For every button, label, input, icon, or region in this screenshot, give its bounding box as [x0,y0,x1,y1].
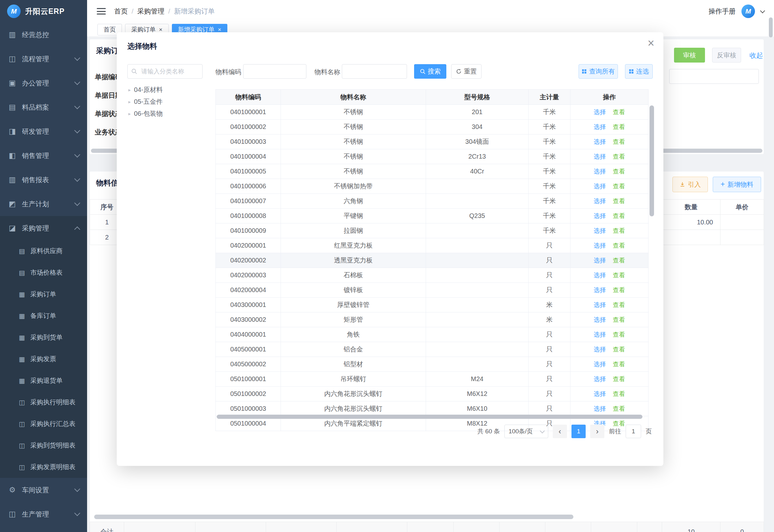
view-link[interactable]: 查看 [613,405,625,412]
select-link[interactable]: 选择 [594,242,606,249]
view-link[interactable]: 查看 [613,272,625,279]
select-link[interactable]: 选择 [594,287,606,293]
material-name-input[interactable] [342,64,407,79]
select-link[interactable]: 选择 [594,301,606,308]
sidebar-subitem[interactable]: ◫ 采购执行汇总表 [0,413,87,435]
add-material-button[interactable]: + 新增物料 [713,177,761,192]
sidebar-item[interactable]: ▥ 销售报表 [0,168,87,192]
horizontal-scrollbar[interactable] [94,515,573,519]
view-link[interactable]: 查看 [613,123,625,130]
breadcrumb-item[interactable]: 采购管理 [137,7,164,16]
tree-node[interactable]: ▸ 05-五金件 [128,96,209,108]
unaudit-button[interactable]: 反审核 [712,48,741,63]
material-row[interactable]: 0404000001 角铁 只 选择 查看 [216,327,649,342]
sidebar-subitem[interactable]: ▤ 原料供应商 [0,240,87,262]
page-vertical-scrollbar[interactable] [769,17,773,37]
material-row[interactable]: 0403000002 矩形管 米 选择 查看 [216,312,649,327]
import-button[interactable]: 引入 [672,177,708,192]
sidebar-subitem[interactable]: ▦ 采购退货单 [0,370,87,391]
close-icon[interactable]: × [648,37,654,49]
material-row[interactable]: 0401000004 不锈钢 2Cr13 千米 选择 查看 [216,149,649,164]
sidebar-subitem[interactable]: ◫ 采购执行明细表 [0,391,87,413]
select-link[interactable]: 选择 [594,227,606,234]
sidebar-subitem[interactable]: ▦ 采购到货单 [0,327,87,348]
select-link[interactable]: 选择 [594,183,606,190]
select-link[interactable]: 选择 [594,257,606,264]
sidebar-subitem[interactable]: ▤ 市场价格表 [0,262,87,283]
view-link[interactable]: 查看 [613,287,625,293]
material-row[interactable]: 0401000007 六角钢 千米 选择 查看 [216,194,649,209]
search-button[interactable]: 搜索 [414,64,446,79]
material-row[interactable]: 0401000008 平键钢 Q235 千米 选择 查看 [216,209,649,223]
material-row[interactable]: 0403000001 厚壁镀锌管 米 选择 查看 [216,298,649,312]
select-link[interactable]: 选择 [594,138,606,145]
table-horizontal-scrollbar[interactable] [217,415,642,419]
sidebar-subitem[interactable]: ▦ 采购订单 [0,283,87,305]
view-link[interactable]: 查看 [613,198,625,204]
select-link[interactable]: 选择 [594,109,606,115]
select-link[interactable]: 选择 [594,361,606,368]
view-link[interactable]: 查看 [613,316,625,323]
table-vertical-scrollbar[interactable] [650,105,654,216]
material-row[interactable]: 0405000002 铝型材 只 选择 查看 [216,357,649,372]
select-link[interactable]: 选择 [594,390,606,397]
material-row[interactable]: 0501000002 内六角花形沉头螺钉 M6X12 只 选择 查看 [216,387,649,401]
view-link[interactable]: 查看 [613,331,625,338]
view-link[interactable]: 查看 [613,390,625,397]
sidebar-item[interactable]: ▤ 仓库管理 [0,526,87,532]
view-link[interactable]: 查看 [613,138,625,145]
material-row[interactable]: 0401000001 不锈钢 201 千米 选择 查看 [216,105,649,120]
material-row[interactable]: 0401000005 不锈钢 40Cr 千米 选择 查看 [216,164,649,179]
select-link[interactable]: 选择 [594,272,606,279]
select-link[interactable]: 选择 [594,316,606,323]
query-all-button[interactable]: 查询所有 [579,64,618,79]
view-link[interactable]: 查看 [613,346,625,353]
select-link[interactable]: 选择 [594,198,606,204]
sidebar-subitem[interactable]: ▦ 采购发票 [0,348,87,370]
select-link[interactable]: 选择 [594,376,606,382]
collapse-link[interactable]: 收起 [749,51,763,60]
view-link[interactable]: 查看 [613,361,625,368]
sidebar-item[interactable]: ◩ 生产计划 [0,192,87,216]
reset-button[interactable]: 重置 [451,64,481,79]
view-link[interactable]: 查看 [613,227,625,234]
view-link[interactable]: 查看 [613,153,625,160]
material-row[interactable]: 0401000006 不锈钢加热带 千米 选择 查看 [216,179,649,194]
sidebar-subitem[interactable]: ◫ 采购到货明细表 [0,435,87,456]
select-link[interactable]: 选择 [594,123,606,130]
sidebar-item[interactable]: ◫ 流程管理 [0,47,87,71]
sidebar-item[interactable]: ◫ 生产管理 [0,502,87,526]
tree-node[interactable]: ▸ 04-原材料 [128,84,209,96]
tab-close-icon[interactable]: × [218,27,222,33]
sidebar-item[interactable]: ▤ 料品档案 [0,95,87,119]
current-page-button[interactable]: 1 [571,425,586,438]
next-page-button[interactable]: › [590,425,604,438]
goto-page-input[interactable] [626,425,641,438]
material-row[interactable]: 0401000009 拉圆钢 千米 选择 查看 [216,223,649,238]
sidebar-item[interactable]: ▥ 经营总控 [0,23,87,47]
category-search-input[interactable] [127,64,203,79]
chevron-down-icon[interactable] [760,8,765,13]
sidebar-subitem[interactable]: ▦ 备库订单 [0,305,87,327]
view-link[interactable]: 查看 [613,168,625,175]
view-link[interactable]: 查看 [613,183,625,190]
material-row[interactable]: 0402000004 镀锌板 只 选择 查看 [216,283,649,298]
sidebar-subitem[interactable]: ◫ 采购发票明细表 [0,456,87,478]
view-link[interactable]: 查看 [613,257,625,264]
breadcrumb-item[interactable]: 首页 [114,7,128,16]
multi-select-button[interactable]: 连选 [625,64,653,79]
select-link[interactable]: 选择 [594,168,606,175]
tree-node[interactable]: ▸ 06-包装物 [128,108,209,120]
view-link[interactable]: 查看 [613,301,625,308]
tab-close-icon[interactable]: × [159,27,163,33]
material-row[interactable]: 0501000003 内六角花形沉头螺钉 M6X10 只 选择 查看 [216,401,649,416]
select-link[interactable]: 选择 [594,153,606,160]
material-row[interactable]: 0402000001 红黑亚克力板 只 选择 查看 [216,238,649,253]
material-row[interactable]: 0401000003 不锈钢 304镜面 千米 选择 查看 [216,134,649,149]
select-link[interactable]: 选择 [594,405,606,412]
material-row[interactable]: 0402000003 石棉板 只 选择 查看 [216,268,649,283]
select-link[interactable]: 选择 [594,331,606,338]
manual-link[interactable]: 操作手册 [709,7,736,16]
view-link[interactable]: 查看 [613,109,625,115]
sidebar-item[interactable]: ▣ 办公管理 [0,71,87,95]
